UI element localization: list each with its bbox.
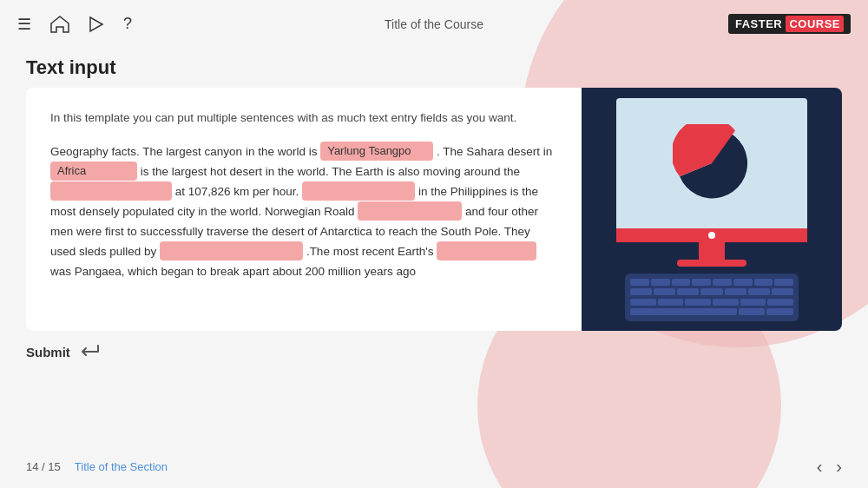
key: [725, 288, 746, 295]
monitor-dot: [708, 232, 715, 239]
key: [685, 299, 711, 306]
keyboard-row-4: [630, 308, 793, 316]
course-title: Title of the Course: [385, 17, 483, 31]
key: [630, 288, 652, 295]
geo-middle3: at 107,826 km per hour.: [175, 185, 299, 198]
monitor-stand: [699, 242, 725, 260]
submit-button[interactable]: Submit: [26, 345, 70, 359]
logo: FASTER COURSE: [728, 14, 851, 34]
key: [651, 279, 670, 286]
key: [713, 279, 732, 286]
next-button[interactable]: ›: [836, 457, 842, 477]
illustration-panel: [582, 88, 842, 331]
page-title-area: Text input: [0, 48, 868, 88]
input-explorer[interactable]: [358, 201, 462, 221]
help-icon[interactable]: ?: [123, 15, 132, 33]
footer: 14 / 15 Title of the Section ‹ ›: [0, 445, 868, 488]
key: [748, 288, 770, 295]
bottom-bar: Submit: [0, 331, 868, 373]
input-supercontinent[interactable]: [437, 241, 536, 260]
monitor-foot: [677, 260, 746, 267]
enter-icon[interactable]: [79, 341, 103, 362]
keyboard-row-3: [630, 299, 793, 307]
monitor-base-bar: [616, 228, 807, 242]
key: [692, 279, 711, 286]
keyboard-row-2: [630, 288, 793, 296]
key: [767, 299, 793, 306]
pie-chart: [673, 124, 751, 202]
key: [630, 299, 656, 306]
input-sleds[interactable]: [160, 241, 303, 260]
key: [766, 308, 793, 315]
intro-text: In this template you can put multiple se…: [50, 109, 557, 129]
key: [733, 279, 753, 286]
text-panel: In this template you can put multiple se…: [26, 88, 582, 331]
page-total: 15: [48, 460, 60, 473]
geo-text: Geography facts. The largest canyon in t…: [50, 142, 557, 282]
key: [740, 299, 766, 306]
input-canyon[interactable]: Yarlung Tsangpo: [320, 142, 433, 161]
page-title: Text input: [26, 56, 842, 79]
section-title: Title of the Section: [75, 460, 168, 473]
main-content: In this template you can put multiple se…: [26, 88, 842, 331]
input-earth-rotation[interactable]: [50, 181, 172, 201]
top-nav: ☰ ? Title of the Course FASTER COURSE: [0, 0, 868, 48]
key: [754, 279, 773, 286]
prev-button[interactable]: ‹: [817, 457, 823, 477]
geo-prefix: Geography facts. The largest canyon in t…: [50, 145, 317, 158]
key: [700, 288, 722, 295]
geo-middle6: .The most recent Earth's: [306, 245, 434, 258]
nav-arrows: ‹ ›: [817, 457, 842, 477]
key: [658, 299, 684, 306]
play-icon[interactable]: [89, 16, 104, 33]
key: [772, 288, 793, 295]
key: [774, 279, 793, 286]
key: [672, 279, 691, 286]
page-counter: 14 / 15: [26, 460, 61, 473]
key: [630, 308, 737, 315]
monitor: [616, 98, 807, 321]
input-city[interactable]: [302, 181, 415, 201]
logo-text: FASTER COURSE: [728, 14, 851, 34]
key: [654, 288, 675, 295]
nav-left: ☰ ?: [17, 15, 132, 34]
geo-middle7: was Pangaea, which began to break apart …: [50, 265, 416, 278]
keyboard-row-1: [630, 279, 793, 287]
geo-middle2: is the largest hot desert in the world. …: [141, 165, 520, 178]
monitor-screen: [616, 98, 807, 228]
key: [713, 299, 739, 306]
page-current: 14: [26, 460, 38, 473]
hamburger-icon[interactable]: ☰: [17, 15, 31, 34]
key: [677, 288, 699, 295]
keyboard: [625, 274, 799, 321]
home-icon[interactable]: [50, 16, 69, 33]
geo-middle1: . The Sahara desert in: [437, 145, 552, 158]
key: [630, 279, 649, 286]
input-desert-name[interactable]: Africa: [50, 162, 137, 181]
key: [739, 308, 766, 315]
